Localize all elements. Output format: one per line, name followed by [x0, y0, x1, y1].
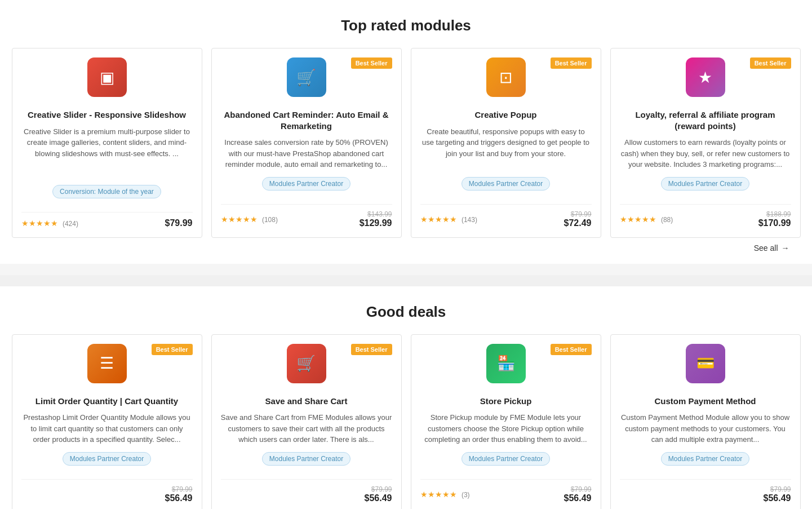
star-rating: ★★★★★	[21, 219, 58, 228]
module-badge: Modules Partner Creator	[462, 452, 550, 466]
module-badge: Modules Partner Creator	[661, 177, 749, 191]
card-footer: ★★★★★ (3) $79.99 $56.49	[420, 479, 592, 503]
top-rated-section: Top rated modules Creative Slider - Resp…	[0, 0, 812, 264]
price-original: $79.99	[165, 485, 193, 493]
price-current: $56.49	[365, 493, 392, 503]
module-icon	[686, 344, 725, 383]
card-footer: ★★★★★ (88) $188.99 $170.99	[620, 204, 791, 228]
card-header: Best Seller	[21, 344, 193, 389]
rating-wrap: ★★★★★ (88)	[620, 214, 673, 224]
card-description: Increase sales conversion rate by 50% (P…	[221, 137, 392, 170]
card-footer: $79.99 $56.49	[21, 479, 193, 503]
best-seller-badge: Best Seller	[351, 344, 392, 355]
card-footer: ★★★★★ (143) $79.99 $72.49	[420, 204, 592, 228]
card-title: Loyalty, referral & affiliate program (r…	[620, 109, 791, 131]
price-wrap: $79.99 $56.49	[365, 485, 392, 503]
rating-wrap: ★★★★★ (424)	[21, 218, 78, 228]
rating-count: (108)	[262, 216, 278, 224]
card-title: Abandoned Cart Reminder: Auto Email & Re…	[221, 109, 392, 131]
top-rated-grid: Creative Slider - Responsive Slideshow C…	[12, 48, 801, 238]
card-description: Store Pickup module by FME Module lets y…	[420, 412, 592, 445]
star-rating: ★★★★★	[221, 215, 258, 224]
star-rating: ★★★★★	[420, 215, 457, 224]
badge-wrap: Modules Partner Creator	[221, 177, 392, 197]
module-icon	[87, 344, 127, 383]
card-footer: ★★★★★ (108) $143.99 $129.99	[221, 204, 392, 228]
card-title: Custom Payment Method	[620, 396, 791, 407]
badge-wrap: Modules Partner Creator	[21, 452, 193, 472]
card-header: Best Seller	[221, 344, 392, 389]
module-icon	[287, 57, 326, 97]
rating-wrap: ★★★★★ (108)	[221, 214, 278, 224]
card-description: Creative Slider is a premium multi-purpo…	[21, 126, 193, 178]
card-creative-popup[interactable]: Best Seller Creative Popup Create beauti…	[411, 48, 601, 238]
card-footer: ★★★★★ (424) $79.99	[21, 212, 193, 228]
best-seller-badge: Best Seller	[152, 344, 193, 355]
see-all-label: See all	[754, 244, 778, 253]
card-description: Prestashop Limit Order Quantity Module a…	[21, 412, 193, 445]
best-seller-badge: Best Seller	[351, 57, 392, 69]
price-wrap: $79.99 $72.49	[564, 210, 592, 228]
price-original: $79.99	[365, 485, 392, 493]
card-header	[21, 57, 193, 103]
rating-count: (424)	[63, 220, 78, 228]
card-footer: $79.99 $56.49	[620, 479, 791, 503]
card-description: Allow customers to earn rewards (loyalty…	[620, 137, 791, 170]
module-badge: Modules Partner Creator	[262, 452, 350, 466]
section-divider	[0, 275, 812, 286]
card-custom-payment[interactable]: Custom Payment Method Custom Payment Met…	[610, 334, 801, 510]
rating-wrap: ★★★★★ (3)	[420, 489, 470, 499]
module-badge: Modules Partner Creator	[462, 177, 550, 191]
good-deals-grid: Best Seller Limit Order Quantity | Cart …	[12, 334, 801, 510]
module-icon	[287, 344, 326, 383]
rating-count: (88)	[661, 216, 673, 224]
price-current: $56.49	[764, 493, 791, 503]
price-current: $170.99	[758, 218, 791, 228]
price-wrap: $79.99 $56.49	[165, 485, 193, 503]
module-icon	[686, 57, 725, 97]
price-wrap: $188.99 $170.99	[758, 210, 791, 228]
card-store-pickup[interactable]: Best Seller Store Pickup Store Pickup mo…	[411, 334, 601, 510]
module-badge: Modules Partner Creator	[262, 177, 350, 191]
card-header: Best Seller	[620, 57, 791, 103]
price-wrap: $143.99 $129.99	[360, 210, 392, 228]
card-header	[620, 344, 791, 389]
price-original: $79.99	[564, 485, 592, 493]
card-title: Creative Popup	[420, 109, 592, 121]
card-save-share[interactable]: Best Seller Save and Share Cart Save and…	[211, 334, 402, 510]
card-header: Best Seller	[221, 57, 392, 103]
good-deals-section: Good deals Best Seller Limit Order Quant…	[0, 286, 812, 510]
card-limit-order[interactable]: Best Seller Limit Order Quantity | Cart …	[12, 334, 202, 510]
badge-wrap: Modules Partner Creator	[620, 177, 791, 197]
price-current: $72.49	[564, 218, 592, 228]
badge-wrap: Modules Partner Creator	[221, 452, 392, 472]
best-seller-badge: Best Seller	[750, 57, 791, 69]
module-icon	[486, 344, 526, 383]
arrow-icon: →	[782, 244, 789, 253]
card-description: Create beautiful, responsive popups with…	[420, 126, 592, 170]
card-title: Creative Slider - Responsive Slideshow	[21, 109, 193, 121]
best-seller-badge: Best Seller	[551, 344, 592, 355]
module-badge: Modules Partner Creator	[63, 452, 151, 466]
card-creative-slider[interactable]: Creative Slider - Responsive Slideshow C…	[12, 48, 202, 238]
card-abandoned-cart[interactable]: Best Seller Abandoned Cart Reminder: Aut…	[211, 48, 402, 238]
price-current: $79.99	[165, 218, 193, 228]
star-rating: ★★★★★	[420, 490, 457, 499]
rating-count: (143)	[462, 216, 477, 224]
badge-wrap: Modules Partner Creator	[420, 177, 592, 197]
price-current: $56.49	[165, 493, 193, 503]
card-loyalty[interactable]: Best Seller Loyalty, referral & affiliat…	[610, 48, 801, 238]
card-title: Store Pickup	[420, 396, 592, 407]
price-original: $79.99	[564, 210, 592, 218]
price-original: $188.99	[758, 210, 791, 218]
card-footer: $79.99 $56.49	[221, 479, 392, 503]
badge-wrap: Modules Partner Creator	[420, 452, 592, 472]
see-all-link[interactable]: See all →	[754, 244, 789, 253]
module-badge: Modules Partner Creator	[661, 452, 749, 466]
card-header: Best Seller	[420, 344, 592, 389]
card-description: Custom Payment Method Module allow you t…	[620, 412, 791, 445]
best-seller-badge: Best Seller	[551, 57, 592, 69]
card-description: Save and Share Cart from FME Modules all…	[221, 412, 392, 445]
module-icon	[486, 57, 526, 97]
module-badge: Conversion: Module of the year	[52, 185, 161, 198]
